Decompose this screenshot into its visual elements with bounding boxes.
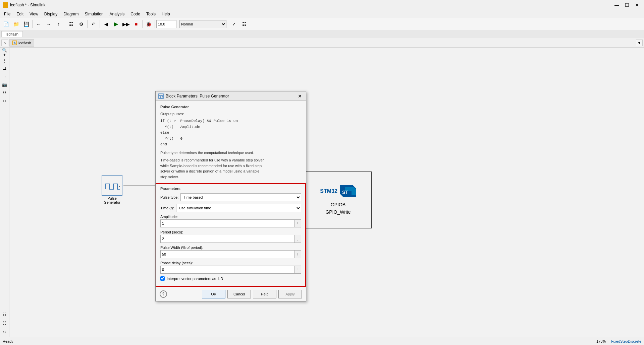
square-button[interactable]: □: [1, 97, 8, 105]
solver-type[interactable]: FixedStepDiscrete: [611, 339, 641, 343]
menu-bar: File Edit View Display Diagram Simulatio…: [0, 10, 644, 18]
desc-title: Pulse Generator: [160, 104, 301, 110]
pulse-type-label: Pulse type:: [160, 195, 178, 199]
sim-time-input[interactable]: [156, 20, 176, 28]
sep5: [142, 20, 143, 28]
grid-button[interactable]: ☷: [239, 19, 249, 29]
menu-edit[interactable]: Edit: [14, 11, 26, 17]
ok-button[interactable]: OK: [202, 290, 225, 298]
breadcrumb-tab[interactable]: ledflash: [1, 31, 23, 37]
dialog-title-text: Block Parameters: Pulse Generator: [166, 94, 229, 98]
window-title: ledflash * - Simulink: [10, 3, 45, 7]
debug-button[interactable]: 🐞: [144, 19, 153, 29]
checkbox-row: Interpret vector parameters as 1-D: [160, 276, 301, 281]
pulse-width-label: Pulse Width (% of period):: [160, 246, 301, 250]
menu-help[interactable]: Help: [159, 11, 173, 17]
sep4: [100, 20, 100, 28]
sep6: [155, 20, 155, 28]
settings-button[interactable]: ⚙: [76, 19, 86, 29]
home-nav[interactable]: ⌂: [1, 40, 8, 46]
library-button[interactable]: ☷: [66, 19, 76, 29]
image-button[interactable]: 📷: [1, 81, 8, 88]
block-params-dialog: Block Parameters: Pulse Generator ✕ Puls…: [155, 91, 306, 301]
tab-bar: ledflash: [0, 30, 644, 38]
stop-button[interactable]: ■: [131, 19, 141, 29]
layers-button[interactable]: ☷: [1, 89, 8, 96]
menu-simulation[interactable]: Simulation: [82, 11, 106, 17]
save-button[interactable]: 💾: [21, 19, 31, 29]
period-wrapper: ⋮: [160, 235, 301, 243]
up-button[interactable]: ↑: [54, 19, 63, 29]
sep3: [87, 20, 88, 28]
zoom-arrow-button[interactable]: →: [1, 73, 8, 80]
canvas-area: PulseGenerator Pin5 STM32 ST GPIOB GPIO_…: [9, 48, 644, 337]
back-button[interactable]: ←: [34, 19, 43, 29]
phase-delay-input[interactable]: [160, 266, 294, 274]
undo-button[interactable]: ↶: [89, 19, 98, 29]
help-icon-button[interactable]: ?: [160, 290, 167, 298]
zoom-in-button[interactable]: 🔍+: [1, 49, 8, 56]
model-tab-ledflash[interactable]: ledflash: [9, 39, 34, 47]
left-sidebar: 🔍+ ⋮ ⇄ → 📷 ☷ □ ☷ ☷ ››: [0, 48, 9, 337]
menu-code[interactable]: Code: [128, 11, 143, 17]
minimize-button[interactable]: —: [612, 2, 621, 8]
menu-view[interactable]: View: [27, 11, 41, 17]
maximize-button[interactable]: ☐: [623, 2, 631, 8]
run-button[interactable]: ▶: [111, 19, 121, 29]
code-line5: end: [160, 142, 167, 146]
forward-button[interactable]: →: [44, 19, 53, 29]
sep7: [178, 20, 178, 28]
desc-text1: Pulse type determines the computational …: [160, 150, 301, 156]
zoom-fit-button[interactable]: ⋮: [1, 57, 8, 64]
sim-mode-select[interactable]: Normal Accelerator Rapid Accelerator: [179, 20, 226, 28]
phase-delay-menu-button[interactable]: ⋮: [294, 266, 301, 274]
menu-diagram[interactable]: Diagram: [61, 11, 81, 17]
pulse-type-row: Pulse type: Time based Sample based: [160, 193, 301, 201]
new-button[interactable]: 📄: [1, 19, 11, 29]
pulse-type-select[interactable]: Time based Sample based: [180, 193, 301, 201]
model-tab-label: ledflash: [18, 41, 31, 45]
desc-output: Output pulses:: [160, 111, 301, 117]
amplitude-input[interactable]: [160, 219, 294, 227]
check-button[interactable]: ✓: [229, 19, 239, 29]
period-input[interactable]: [160, 235, 294, 243]
period-menu-button[interactable]: ⋮: [294, 235, 301, 243]
menu-tools[interactable]: Tools: [144, 11, 158, 17]
pulse-width-input[interactable]: [160, 250, 294, 258]
pulse-width-menu-button[interactable]: ⋮: [294, 250, 301, 258]
toolbar: 📄 📁 💾 ← → ↑ ☷ ⚙ ↶ ◀ ▶ ▶▶ ■ 🐞 Normal Acce…: [0, 18, 644, 30]
dialog-description: Pulse Generator Output pulses: if (t >= …: [156, 101, 306, 183]
apply-button[interactable]: Apply: [278, 290, 302, 298]
vector-params-checkbox[interactable]: [160, 276, 165, 281]
sidebar-bottom-btn1[interactable]: ☷: [1, 311, 8, 318]
sep8: [228, 20, 228, 28]
pulse-width-wrapper: ⋮: [160, 250, 301, 258]
desc-text2: Time-based is recommended for use with a…: [160, 157, 301, 180]
title-bar-controls: — ☐ ✕: [612, 2, 641, 8]
right-nav[interactable]: ▼: [636, 40, 643, 46]
sidebar-bottom-btn2[interactable]: ☷: [1, 320, 8, 327]
step-back-button[interactable]: ◀: [101, 19, 111, 29]
menu-file[interactable]: File: [1, 11, 13, 17]
step-forward-button[interactable]: ▶▶: [121, 19, 131, 29]
main-area: 🔍+ ⋮ ⇄ → 📷 ☷ □ ☷ ☷ ›› PulseGenerator: [0, 48, 644, 337]
code-line4: Y(t) = 0: [160, 137, 182, 141]
zoom-reset-button[interactable]: ⇄: [1, 65, 8, 72]
status-right: 175% FixedStepDiscrete: [596, 339, 641, 343]
cancel-button[interactable]: Cancel: [227, 290, 251, 298]
status-bar: Ready 175% FixedStepDiscrete: [0, 337, 644, 345]
simulink-icon: [3, 2, 8, 8]
amplitude-menu-button[interactable]: ⋮: [294, 219, 301, 227]
dialog-close-button[interactable]: ✕: [297, 93, 303, 99]
dialog-help-button[interactable]: Help: [253, 290, 276, 298]
menu-analysis[interactable]: Analysis: [107, 11, 127, 17]
phase-delay-label: Phase delay (secs):: [160, 261, 301, 265]
amplitude-row: Amplitude: ⋮: [160, 215, 301, 227]
dialog-overlay: [9, 48, 644, 337]
open-button[interactable]: 📁: [11, 19, 21, 29]
menu-display[interactable]: Display: [42, 11, 60, 17]
sidebar-expand-button[interactable]: ››: [1, 328, 8, 336]
close-button[interactable]: ✕: [633, 2, 641, 8]
time-select[interactable]: Use simulation time Use external signal: [176, 204, 301, 212]
phase-delay-row: Phase delay (secs): ⋮: [160, 261, 301, 274]
